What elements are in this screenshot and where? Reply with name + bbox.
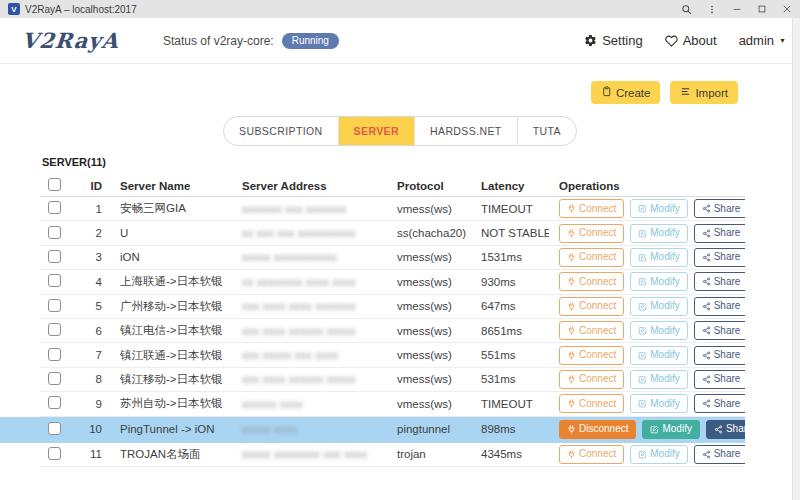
minimize-icon[interactable] [732,4,742,14]
row-checkbox[interactable] [48,250,61,263]
share-button[interactable]: Share [694,248,745,267]
row-checkbox[interactable] [48,372,61,385]
edit-icon [650,425,659,434]
plug-icon [567,375,576,384]
row-checkbox[interactable] [48,422,61,435]
connect-button[interactable]: Connect [559,248,624,267]
modify-button[interactable]: Modify [630,346,687,365]
server-name: 上海联通->日本软银 [110,274,232,289]
row-checkbox[interactable] [48,348,61,361]
connect-button[interactable]: Connect [559,199,624,218]
row-checkbox[interactable] [48,201,61,214]
row-checkbox[interactable] [48,299,61,312]
share-button[interactable]: Share [694,346,745,365]
plug-icon [567,204,576,213]
col-protocol: Protocol [387,180,471,192]
modify-button[interactable]: Modify [630,394,687,413]
table-row[interactable]: 9苏州自动->日本软银xxxxxx xxxxvmess(ws)TIMEOUTCo… [40,392,745,416]
modify-button[interactable]: Modify [630,272,687,291]
latency: 8651ms [471,325,549,337]
row-checkbox[interactable] [48,274,61,287]
protocol: vmess(ws) [387,373,471,385]
modify-button[interactable]: Modify [630,199,687,218]
table-row[interactable]: 5广州移动->日本软银xxx xxxx xxxx xxxxxxxvmess(ws… [40,295,745,319]
main-content: Create Import SUBSCRIPTION SERVER HARDSS… [0,64,800,499]
modify-button[interactable]: Modify [630,445,687,464]
setting-menu-item[interactable]: Setting [584,33,642,48]
share-button[interactable]: Share [694,394,745,413]
kebab-menu-icon[interactable] [707,4,717,15]
table-row[interactable]: 3iONxxxxx xxxxxxxxxxxvmess(ws)1531msConn… [40,246,745,270]
modify-button[interactable]: Modify [630,224,687,243]
share-button[interactable]: Share [694,224,745,243]
share-icon [702,229,711,238]
connect-button[interactable]: Connect [559,445,624,464]
table-row[interactable]: 8镇江移动->日本软银xxx xxxx xxxxxx xxxxxvmess(ws… [40,368,745,392]
server-name: PingTunnel -> iON [110,423,232,435]
row-checkbox[interactable] [48,396,61,409]
connect-button[interactable]: Connect [559,272,624,291]
table-row[interactable]: 7镇江联通->日本软银xxx xxxxx xxx xxxxvmess(ws)55… [40,343,745,367]
connect-button[interactable]: Connect [559,321,624,340]
share-button[interactable]: Share [694,272,745,291]
row-id: 4 [70,276,110,288]
row-id: 8 [70,373,110,385]
server-name: U [110,227,232,239]
tab-subscription[interactable]: SUBSCRIPTION [224,117,338,145]
create-button[interactable]: Create [591,81,661,104]
import-button[interactable]: Import [670,81,738,104]
app-header: V2RayA Status of v2ray-core: Running Set… [0,18,800,64]
server-address-blurred: xxxxx xxxx [232,423,387,435]
table-row[interactable]: 4上海联通->日本软银xx xxxxxxxx xxxx xxxxvmess(ws… [40,270,745,294]
modify-button[interactable]: Modify [642,420,699,439]
modify-button[interactable]: Modify [630,248,687,267]
latency: TIMEOUT [471,398,549,410]
tab-server[interactable]: SERVER [338,117,414,145]
share-button[interactable]: Share [694,370,745,389]
maximize-icon[interactable] [757,4,767,14]
share-button[interactable]: Share [694,297,745,316]
col-name: Server Name [110,180,232,192]
edit-icon [638,375,647,384]
protocol: vmess(ws) [387,251,471,263]
disconnect-button[interactable]: Disconnect [559,420,636,439]
table-row[interactable]: 2Uxx xxx xxx xxxxxxxxxxss(chacha20)NOT S… [40,221,745,245]
tab-hardss-net[interactable]: HARDSS.NET [414,117,517,145]
admin-menu[interactable]: admin ▼ [739,33,786,48]
modify-button[interactable]: Modify [630,370,687,389]
row-operations: ConnectModifyShare [549,346,745,365]
protocol: vmess(ws) [387,325,471,337]
tab-tuta[interactable]: TUTA [517,117,576,145]
connect-button[interactable]: Connect [559,346,624,365]
table-row[interactable]: 6镇江电信->日本软银xxx xxxx xxxxxx xxxxxvmess(ws… [40,319,745,343]
row-checkbox[interactable] [48,323,61,336]
close-icon[interactable] [782,4,792,14]
connect-button[interactable]: Connect [559,394,624,413]
row-id: 10 [70,423,110,435]
row-checkbox[interactable] [48,226,61,239]
table-row[interactable]: 11TROJAN名场面xxxxx xxxxxxxx xxx xxxxtrojan… [40,443,745,467]
row-id: 3 [70,251,110,263]
connect-button[interactable]: Connect [559,297,624,316]
connect-button[interactable]: Connect [559,370,624,389]
plug-icon [567,302,576,311]
about-menu-item[interactable]: About [665,33,717,48]
share-button[interactable]: Share [694,321,745,340]
select-all-checkbox[interactable] [48,178,61,191]
share-icon [714,425,723,434]
share-button[interactable]: Share [706,420,745,439]
search-icon[interactable] [681,4,692,15]
share-button[interactable]: Share [694,199,745,218]
modify-button[interactable]: Modify [630,321,687,340]
vertical-scrollbar[interactable] [792,18,800,500]
share-button[interactable]: Share [694,445,745,464]
server-name: 镇江电信->日本软银 [110,323,232,338]
plug-icon [567,229,576,238]
protocol: vmess(ws) [387,349,471,361]
modify-button[interactable]: Modify [630,297,687,316]
table-row[interactable]: 1安畅三网GIAxxxxxxx xxx xxxxxxxvmess(ws)TIME… [40,197,745,221]
table-row[interactable]: 10PingTunnel -> iONxxxxx xxxxpingtunnel8… [0,417,745,443]
edit-icon [638,399,647,408]
row-checkbox[interactable] [48,447,61,460]
connect-button[interactable]: Connect [559,224,624,243]
